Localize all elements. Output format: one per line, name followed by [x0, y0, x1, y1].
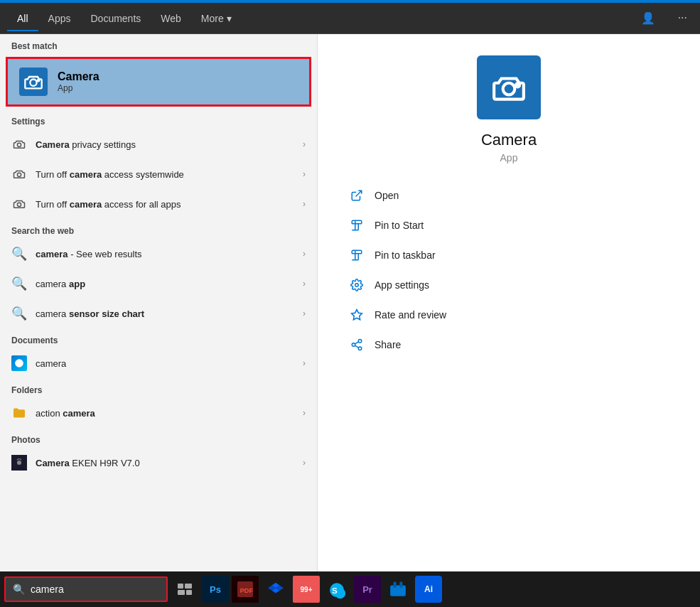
web-section-label: Search the web: [0, 219, 317, 239]
settings-section-label: Settings: [0, 109, 317, 129]
left-panel: Best match Camera App Settings: [0, 34, 318, 571]
svg-rect-26: [394, 581, 397, 588]
pdf-icon[interactable]: PDF: [232, 576, 259, 603]
svg-point-14: [352, 343, 355, 347]
store-icon[interactable]: [384, 575, 412, 603]
svg-point-9: [516, 83, 519, 87]
svg-point-3: [17, 173, 21, 176]
list-item[interactable]: Turn off camera access systemwide ›: [0, 159, 317, 189]
svg-text:S: S: [332, 586, 338, 595]
chevron-right-icon: ›: [303, 279, 306, 289]
taskbar: 🔍 Ps PDF 99+ S Pr: [0, 571, 700, 607]
chevron-right-icon: ›: [303, 308, 306, 318]
pin-to-taskbar-action[interactable]: Pin to taskbar: [346, 240, 672, 270]
svg-point-5: [15, 359, 23, 367]
list-item[interactable]: 🔍 camera sensor size chart ›: [0, 299, 317, 328]
document-icon: [11, 355, 27, 371]
svg-point-1: [38, 80, 39, 81]
camera-settings-icon-2: [11, 166, 27, 182]
svg-rect-19: [185, 584, 192, 589]
chevron-right-icon: ›: [303, 458, 306, 468]
list-item[interactable]: camera ›: [0, 348, 317, 378]
rate-review-label: Rate and review: [375, 309, 446, 321]
svg-text:PDF: PDF: [240, 587, 253, 594]
list-item[interactable]: Camera EKEN H9R V7.0 ›: [0, 448, 317, 478]
svg-point-11: [355, 284, 359, 287]
open-label: Open: [375, 190, 399, 201]
taskview-button[interactable]: [171, 575, 199, 603]
photo-item-text: Camera EKEN H9R V7.0: [36, 458, 294, 468]
tab-more[interactable]: More ▾: [191, 6, 242, 31]
app-settings-label: App settings: [375, 279, 429, 291]
tab-more-label: More: [201, 13, 224, 24]
camera-app-icon: [19, 68, 48, 96]
search-web-icon-1: 🔍: [11, 246, 27, 262]
rate-icon: [349, 307, 365, 323]
svg-line-16: [355, 345, 358, 348]
settings-item-3-text: Turn off camera access for all apps: [36, 199, 294, 210]
search-icon-taskbar: 🔍: [13, 584, 25, 595]
pin-start-icon: [349, 217, 365, 233]
open-icon: [349, 188, 365, 203]
folder-icon: [11, 405, 27, 421]
action-list: Open Pin to Start Pin to taskbar: [332, 181, 686, 360]
settings-item-1-text: Camera privacy settings: [36, 139, 294, 150]
list-item[interactable]: action camera ›: [0, 398, 317, 428]
settings-item-2-text: Turn off camera access systemwide: [36, 169, 294, 180]
best-match-app-name: Camera: [58, 70, 99, 83]
web-item-3-text: camera sensor size chart: [36, 308, 294, 319]
tab-all[interactable]: All: [7, 6, 38, 31]
camera-settings-icon-3: [11, 196, 27, 212]
search-input[interactable]: [31, 584, 159, 595]
zalo-label: Ai: [424, 584, 433, 594]
counter-99-icon[interactable]: 99+: [293, 576, 320, 603]
list-item[interactable]: 🔍 camera - See web results ›: [0, 239, 317, 269]
chevron-right-icon: ›: [303, 408, 306, 418]
web-item-2-text: camera app: [36, 279, 294, 289]
people-icon[interactable]: 👤: [635, 9, 661, 28]
premiere-icon[interactable]: Pr: [354, 576, 381, 603]
list-item[interactable]: Turn off camera access for all apps ›: [0, 189, 317, 219]
list-item[interactable]: Camera privacy settings ›: [0, 129, 317, 159]
skype-icon[interactable]: S: [323, 575, 351, 603]
photos-section-label: Photos: [0, 428, 317, 448]
documents-section-label: Documents: [0, 328, 317, 348]
folder-item-text: action camera: [36, 408, 294, 419]
web-item-1-text: camera - See web results: [36, 249, 294, 259]
folders-section-label: Folders: [0, 378, 317, 398]
search-box[interactable]: 🔍: [4, 576, 168, 602]
pin-taskbar-label: Pin to taskbar: [375, 249, 436, 261]
list-item[interactable]: 🔍 camera app ›: [0, 269, 317, 299]
photo-icon: [11, 455, 27, 471]
best-match-label: Best match: [0, 34, 317, 54]
svg-point-2: [17, 143, 21, 146]
zalo-icon[interactable]: Ai: [415, 576, 442, 603]
open-action[interactable]: Open: [346, 181, 672, 210]
svg-marker-12: [352, 310, 362, 320]
app-detail-icon: [477, 55, 541, 119]
chevron-down-icon: ▾: [227, 13, 232, 24]
svg-rect-20: [178, 590, 185, 595]
best-match-item[interactable]: Camera App: [6, 57, 311, 107]
camera-settings-icon-1: [11, 136, 27, 152]
tab-web[interactable]: Web: [151, 6, 191, 31]
svg-rect-25: [390, 586, 406, 596]
share-action[interactable]: Share: [346, 330, 672, 360]
tab-apps[interactable]: Apps: [38, 6, 81, 31]
tab-documents[interactable]: Documents: [80, 6, 151, 31]
more-options-icon[interactable]: ···: [672, 9, 693, 28]
app-detail-type: App: [500, 152, 518, 163]
chevron-right-icon: ›: [303, 249, 306, 259]
pin-to-start-action[interactable]: Pin to Start: [346, 210, 672, 240]
svg-point-8: [503, 83, 515, 95]
dropbox-icon[interactable]: [262, 575, 290, 603]
pin-taskbar-icon: [349, 247, 365, 263]
right-panel: Camera App Open Pin: [318, 34, 700, 571]
camera-detail-icon-svg: [491, 70, 527, 105]
photoshop-icon[interactable]: Ps: [202, 576, 229, 603]
svg-rect-27: [399, 581, 402, 588]
best-match-app-type: App: [58, 83, 99, 93]
rate-review-action[interactable]: Rate and review: [346, 300, 672, 330]
chevron-right-icon: ›: [303, 358, 306, 368]
app-settings-action[interactable]: App settings: [346, 270, 672, 300]
